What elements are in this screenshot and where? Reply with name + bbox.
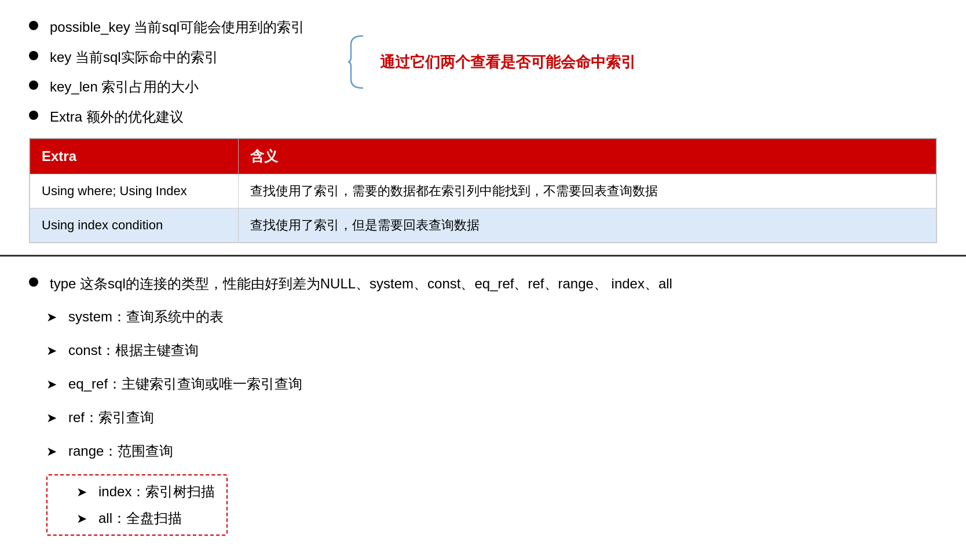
list-item: key_len 索引占用的大小 xyxy=(29,77,305,97)
table-row: Using where; Using Index 查找使用了索引，需要的数据都在… xyxy=(30,174,936,208)
dashed-items-container: ➤ index：索引树扫描 ➤ all：全盘扫描 xyxy=(59,481,215,529)
bullet-dot xyxy=(29,277,38,287)
table-header-extra: Extra xyxy=(30,139,239,174)
bullet-rows: possible_key 当前sql可能会使用到的索引 key 当前sql实际命… xyxy=(29,17,305,107)
main-bullet-text: type 这条sql的连接的类型，性能由好到差为NULL、system、cons… xyxy=(50,274,672,294)
arrow-item-text: ref：索引查询 xyxy=(68,407,154,428)
table-cell-extra: Using index condition xyxy=(30,208,239,243)
arrow-icon: ➤ xyxy=(46,375,57,394)
table-header-meaning: 含义 xyxy=(239,139,936,174)
bullet-text: Extra 额外的优化建议 xyxy=(50,107,184,127)
top-section: possible_key 当前sql可能会使用到的索引 key 当前sql实际命… xyxy=(0,0,966,257)
bracket-note: 通过它们两个查看是否可能会命中索引 xyxy=(380,52,636,72)
table-cell-extra: Using where; Using Index xyxy=(30,174,239,208)
bullet-dot xyxy=(29,111,38,120)
bullet-text: possible_key 当前sql可能会使用到的索引 xyxy=(50,17,305,37)
arrow-icon: ➤ xyxy=(76,482,87,502)
list-item: possible_key 当前sql可能会使用到的索引 xyxy=(29,17,305,37)
list-item: ➤ eq_ref：主键索引查询或唯一索引查询 xyxy=(29,374,937,394)
arrow-icon: ➤ xyxy=(46,308,57,327)
top-content-layout: possible_key 当前sql可能会使用到的索引 key 当前sql实际命… xyxy=(29,17,937,107)
list-item: Extra 额外的优化建议 xyxy=(29,107,937,127)
bullet-text: key_len 索引占用的大小 xyxy=(50,77,199,97)
arrow-item-text: eq_ref：主键索引查询或唯一索引查询 xyxy=(68,374,302,394)
list-item: ➤ range：范围查询 xyxy=(29,441,937,462)
extra-table: Extra 含义 Using where; Using Index 查找使用了索… xyxy=(30,138,936,243)
bullet-dot xyxy=(29,80,38,90)
list-item: type 这条sql的连接的类型，性能由好到差为NULL、system、cons… xyxy=(29,274,937,294)
bottom-section: type 这条sql的连接的类型，性能由好到差为NULL、system、cons… xyxy=(0,257,966,553)
list-item: ➤ index：索引树扫描 xyxy=(59,481,215,502)
arrow-icon: ➤ xyxy=(76,509,87,528)
arrow-icon: ➤ xyxy=(46,408,57,427)
arrow-icon: ➤ xyxy=(46,341,57,360)
table-cell-meaning: 查找使用了索引，需要的数据都在索引列中能找到，不需要回表查询数据 xyxy=(239,174,936,208)
dashed-highlight-box: ➤ index：索引树扫描 ➤ all：全盘扫描 xyxy=(46,474,228,536)
list-item: ➤ const：根据主键查询 xyxy=(29,340,937,361)
bullet-dot xyxy=(29,51,38,60)
arrow-item-text: const：根据主键查询 xyxy=(68,340,199,361)
table-cell-meaning: 查找使用了索引，但是需要回表查询数据 xyxy=(239,208,936,243)
bullet-dot xyxy=(29,21,38,30)
curly-bracket-icon xyxy=(345,33,368,91)
bullet-text: key 当前sql实际命中的索引 xyxy=(50,47,218,67)
arrow-item-text: system：查询系统中的表 xyxy=(68,306,224,327)
bracket-container: 通过它们两个查看是否可能会命中索引 xyxy=(334,33,636,91)
list-item: ➤ ref：索引查询 xyxy=(29,407,937,428)
arrow-item-text: all：全盘扫描 xyxy=(98,508,182,529)
list-item: key 当前sql实际命中的索引 xyxy=(29,47,305,67)
table-row: Using index condition 查找使用了索引，但是需要回表查询数据 xyxy=(30,208,936,243)
arrow-item-text: index：索引树扫描 xyxy=(98,481,215,502)
extra-table-container: Extra 含义 Using where; Using Index 查找使用了索… xyxy=(29,138,937,243)
list-item: ➤ all：全盘扫描 xyxy=(59,508,215,529)
arrow-icon: ➤ xyxy=(46,442,57,461)
list-item: ➤ system：查询系统中的表 xyxy=(29,306,937,327)
arrow-item-text: range：范围查询 xyxy=(68,441,173,462)
